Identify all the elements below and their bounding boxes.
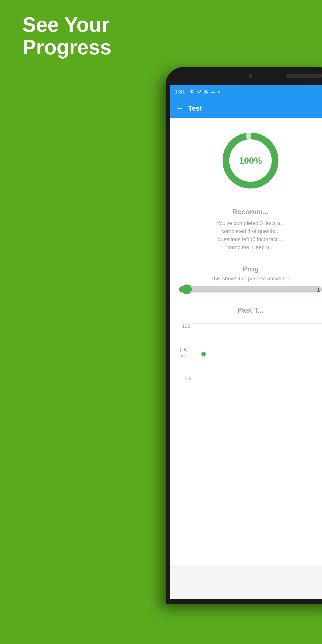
chart-data-point <box>201 352 206 356</box>
at-icon: @ <box>204 89 209 94</box>
phone-screen: 1:31 ⚙ 🛡 @ ▬ ← Test <box>170 85 322 599</box>
status-bar: 1:31 ⚙ 🛡 @ ▬ <box>170 85 322 98</box>
chart-plot-area <box>192 319 322 386</box>
app-bar-title: Test <box>188 104 202 112</box>
progress-track-container: 1 <box>179 286 322 292</box>
divider-2 <box>170 258 322 258</box>
phone-wrapper: 1:31 ⚙ 🛡 @ ▬ ← Test <box>166 67 322 604</box>
back-button[interactable]: ← <box>175 104 183 113</box>
recommendation-title: Recomm... <box>177 208 322 216</box>
progress-thumb <box>182 284 192 294</box>
hero-text-block: See Your Progress <box>22 14 111 58</box>
progress-title: Prog <box>177 265 322 273</box>
divider-3 <box>170 299 322 300</box>
divider-1 <box>170 201 322 201</box>
recommendation-body: You've completed 3 tests a...completed 4… <box>177 219 322 251</box>
chart-y-icon: (%) e v <box>180 346 188 358</box>
y-label-50: 50 <box>177 376 192 382</box>
phone-outer: 1:31 ⚙ 🛡 @ ▬ ← Test <box>166 67 322 604</box>
phone-speaker <box>286 74 322 78</box>
donut-center-text: 100% <box>239 156 262 166</box>
progress-value: 1 <box>317 287 320 293</box>
chart-section: 100% <box>170 118 322 198</box>
recommendation-section: Recomm... You've completed 3 tests a...c… <box>170 203 322 256</box>
phone-camera <box>249 74 253 78</box>
donut-container: 100% <box>219 129 282 192</box>
progress-description: This shows the percent answered <box>177 276 322 282</box>
phone-top-bar <box>166 67 322 85</box>
signal-dot <box>218 91 220 92</box>
past-tests-title: Past T... <box>177 306 322 314</box>
app-bar: ← Test <box>170 98 322 118</box>
shield-icon: 🛡 <box>196 89 201 94</box>
past-tests-section: Past T... 100 50 (%) e v <box>170 302 322 390</box>
hero-line1: See Your <box>22 14 111 36</box>
progress-track: 1 <box>179 286 322 292</box>
card-icon: ▬ <box>211 89 216 94</box>
chart-line-top <box>192 323 322 324</box>
hero-line2: Progress <box>22 36 111 58</box>
y-label-100: 100 <box>177 323 192 329</box>
progress-section: Prog This shows the percent answered 1 <box>170 260 322 297</box>
status-time: 1:31 <box>175 88 185 95</box>
screen-content: 100% Recomm... You've completed 3 tests … <box>170 118 322 565</box>
gear-icon: ⚙ <box>189 89 194 94</box>
status-icons: ⚙ 🛡 @ ▬ <box>189 89 220 94</box>
chart-area: 100 50 (%) e v <box>177 319 322 386</box>
